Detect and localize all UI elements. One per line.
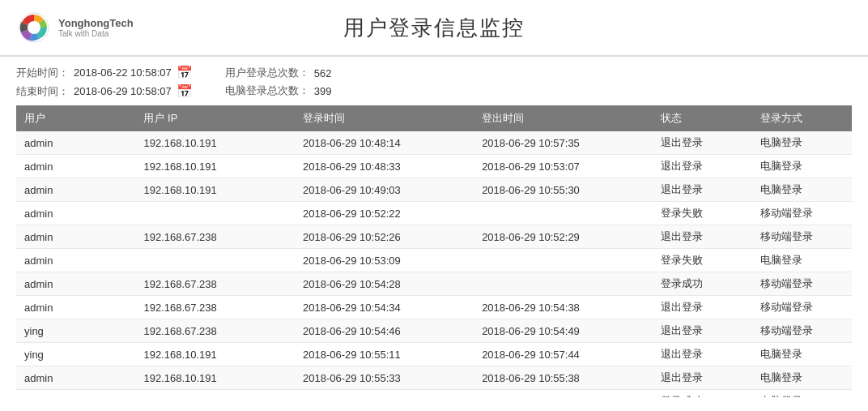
header: YonghongTech Talk with Data 用户登录信息监控 (0, 0, 868, 56)
cell-method: 电脑登录 (752, 131, 852, 155)
table-row: admin192.168.67.2382018-06-29 10:54:28登录… (16, 272, 852, 296)
cell-ip: 192.168.67.238 (135, 296, 295, 319)
cell-ip: 192.168.10.191 (135, 390, 295, 398)
cell-ip (135, 249, 295, 272)
cell-login: 2018-06-29 10:54:46 (295, 319, 474, 343)
cell-method: 移动端登录 (752, 319, 852, 343)
total-logins-item: 用户登录总次数： 562 (225, 66, 332, 80)
logo-sub: Talk with Data (58, 29, 134, 38)
cell-method: 移动端登录 (752, 202, 852, 225)
cell-ip: 192.168.67.238 (135, 225, 295, 249)
table-row: admin192.168.10.1912018-06-29 10:48:1420… (16, 131, 852, 155)
table-body: admin192.168.10.1912018-06-29 10:48:1420… (16, 131, 852, 397)
pc-logins-item: 电脑登录总次数： 399 (225, 83, 332, 98)
table-row: admin192.168.10.1912018-06-29 10:49:0320… (16, 178, 852, 202)
end-time-label: 结束时间： (16, 84, 69, 99)
logo-text: YonghongTech Talk with Data (58, 17, 134, 38)
cell-ip: 192.168.10.191 (135, 178, 295, 202)
end-calendar-icon[interactable]: 📅 (177, 83, 193, 99)
cell-logout (474, 249, 653, 272)
start-time-value: 2018-06-22 10:58:07 (74, 66, 172, 79)
total-logins-label: 用户登录总次数： (225, 66, 309, 80)
cell-login: 2018-06-29 10:52:22 (295, 202, 474, 225)
date-filters: 开始时间： 2018-06-22 10:58:07 📅 结束时间： 2018-0… (16, 65, 193, 99)
cell-status: 退出登录 (653, 178, 752, 202)
table-row: 192.168.10.1912018-06-29 10:55:40登录成功电脑登… (16, 390, 852, 398)
svg-point-1 (28, 21, 40, 34)
stats-area: 用户登录总次数： 562 电脑登录总次数： 399 (225, 65, 332, 99)
logo-brand: YonghongTech (58, 17, 134, 29)
cell-login: 2018-06-29 10:55:40 (295, 390, 474, 398)
start-calendar-icon[interactable]: 📅 (177, 65, 193, 80)
table-row: admin2018-06-29 10:52:22登录失败移动端登录 (16, 202, 852, 225)
col-header-login: 登录时间 (295, 105, 474, 131)
cell-ip: 192.168.67.238 (135, 319, 295, 343)
cell-logout (474, 272, 653, 296)
cell-method: 电脑登录 (752, 155, 852, 178)
cell-method: 电脑登录 (752, 390, 852, 398)
cell-status: 退出登录 (653, 319, 752, 343)
cell-user: admin (16, 202, 135, 225)
cell-ip: 192.168.67.238 (135, 272, 295, 296)
cell-status: 退出登录 (653, 131, 752, 155)
page-title: 用户登录信息监控 (146, 14, 722, 42)
col-header-user: 用户 (16, 105, 135, 131)
cell-method: 移动端登录 (752, 296, 852, 319)
cell-ip: 192.168.10.191 (135, 155, 295, 178)
cell-logout: 2018-06-29 10:53:07 (474, 155, 653, 178)
cell-logout: 2018-06-29 10:54:49 (474, 319, 653, 343)
cell-user: admin (16, 131, 135, 155)
cell-user: admin (16, 178, 135, 202)
cell-method: 电脑登录 (752, 366, 852, 390)
col-header-status: 状态 (653, 105, 752, 131)
cell-status: 登录失败 (653, 249, 752, 272)
cell-user: admin (16, 296, 135, 319)
cell-login: 2018-06-29 10:55:11 (295, 343, 474, 366)
col-header-method: 登录方式 (752, 105, 852, 131)
data-table-container[interactable]: 用户 用户 IP 登录时间 登出时间 状态 登录方式 admin192.168.… (0, 105, 868, 397)
cell-user: admin (16, 225, 135, 249)
cell-ip: 192.168.10.191 (135, 343, 295, 366)
cell-status: 退出登录 (653, 225, 752, 249)
table-row: ying192.168.67.2382018-06-29 10:54:46201… (16, 319, 852, 343)
cell-status: 登录成功 (653, 272, 752, 296)
cell-logout: 2018-06-29 10:54:38 (474, 296, 653, 319)
cell-login: 2018-06-29 10:52:26 (295, 225, 474, 249)
cell-logout (474, 202, 653, 225)
cell-status: 登录成功 (653, 390, 752, 398)
cell-user: admin (16, 272, 135, 296)
cell-status: 退出登录 (653, 296, 752, 319)
cell-ip: 192.168.10.191 (135, 131, 295, 155)
cell-method: 电脑登录 (752, 249, 852, 272)
pc-logins-label: 电脑登录总次数： (225, 83, 309, 98)
pc-logins-value: 399 (314, 85, 332, 97)
cell-method: 移动端登录 (752, 272, 852, 296)
filter-area: 开始时间： 2018-06-22 10:58:07 📅 结束时间： 2018-0… (0, 57, 868, 105)
table-row: admin192.168.67.2382018-06-29 10:52:2620… (16, 225, 852, 249)
cell-login: 2018-06-29 10:54:34 (295, 296, 474, 319)
cell-user (16, 390, 135, 398)
cell-logout (474, 390, 653, 398)
table-row: admin192.168.10.1912018-06-29 10:48:3320… (16, 155, 852, 178)
col-header-logout: 登出时间 (474, 105, 653, 131)
cell-user: ying (16, 343, 135, 366)
cell-ip: 192.168.10.191 (135, 366, 295, 390)
cell-logout: 2018-06-29 10:57:35 (474, 131, 653, 155)
cell-login: 2018-06-29 10:55:33 (295, 366, 474, 390)
cell-status: 退出登录 (653, 343, 752, 366)
end-time-item: 结束时间： 2018-06-29 10:58:07 📅 (16, 83, 193, 99)
col-header-ip: 用户 IP (135, 105, 295, 131)
end-time-value: 2018-06-29 10:58:07 (74, 85, 172, 97)
start-time-label: 开始时间： (16, 66, 69, 80)
total-logins-value: 562 (314, 67, 332, 79)
table-header: 用户 用户 IP 登录时间 登出时间 状态 登录方式 (16, 105, 852, 131)
cell-logout: 2018-06-29 10:55:30 (474, 178, 653, 202)
table-row: admin192.168.67.2382018-06-29 10:54:3420… (16, 296, 852, 319)
cell-login: 2018-06-29 10:48:14 (295, 131, 474, 155)
cell-status: 登录失败 (653, 202, 752, 225)
cell-logout: 2018-06-29 10:57:44 (474, 343, 653, 366)
cell-status: 退出登录 (653, 155, 752, 178)
table-header-row: 用户 用户 IP 登录时间 登出时间 状态 登录方式 (16, 105, 852, 131)
data-table: 用户 用户 IP 登录时间 登出时间 状态 登录方式 admin192.168.… (16, 105, 852, 397)
logo-area: YonghongTech Talk with Data (16, 10, 146, 45)
